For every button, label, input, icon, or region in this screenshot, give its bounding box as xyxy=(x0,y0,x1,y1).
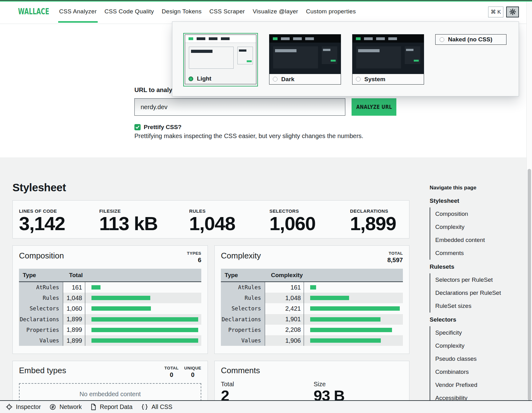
preview-logo-chip xyxy=(356,37,361,40)
stat-value: 1,048 xyxy=(189,214,269,233)
nav-item[interactable]: CSS Scraper xyxy=(209,2,245,24)
row-type: Values xyxy=(19,335,63,346)
devtools-inspector[interactable]: Inspector xyxy=(6,403,41,411)
row-value: 1,906 xyxy=(265,335,304,346)
radio-naked[interactable] xyxy=(440,37,444,42)
row-type: Values xyxy=(221,335,265,346)
prettify-checkbox[interactable] xyxy=(134,124,141,130)
theme-option-light[interactable]: Light xyxy=(183,33,258,86)
preview-nav-chip xyxy=(364,37,373,40)
preview-nav-chip xyxy=(221,37,230,40)
nav-item[interactable]: Design Tokens xyxy=(162,2,202,24)
page-nav-link[interactable]: Embedded content xyxy=(430,234,511,247)
page-scrollbar[interactable] xyxy=(526,2,532,400)
bar-cell xyxy=(304,282,403,293)
radio-light[interactable] xyxy=(189,77,193,81)
page-nav-link[interactable]: Complexity xyxy=(430,220,511,234)
nav-item[interactable]: Visualize @layer xyxy=(253,2,298,24)
page-nav: Navigate this page Stylesheet Compositio… xyxy=(430,157,511,413)
row-type: AtRules xyxy=(19,282,63,293)
page-nav-item: Specificity xyxy=(430,326,511,339)
complexity-panel: Complexity TOTAL 8,597 Type Complexity xyxy=(214,245,409,354)
embeds-unique-value: 0 xyxy=(184,371,201,378)
bar xyxy=(91,338,198,343)
nav-item[interactable]: CSS Code Quality xyxy=(105,2,154,24)
analyze-url-button[interactable]: ANALYZE URL xyxy=(352,98,396,116)
embeds-total-label: TOTAL xyxy=(164,366,179,370)
page-nav-section: Selectors Specificity Complexity Pseudo … xyxy=(430,316,511,405)
stat: LINES OF CODE 3,142 xyxy=(19,208,99,238)
theme-dark-label: Dark xyxy=(281,76,294,83)
table-row: Values 1,906 xyxy=(221,335,403,346)
bar-cell xyxy=(304,325,403,335)
page-nav-section-link[interactable]: Selectors xyxy=(430,316,511,323)
theme-toggle-button[interactable] xyxy=(506,7,519,17)
preview-nav-chip xyxy=(281,37,290,40)
prettify-label[interactable]: Prettify CSS? xyxy=(144,124,181,131)
devtools-item-label: Network xyxy=(59,403,82,411)
main-nav: CSS Analyzer CSS Code Quality Design Tok… xyxy=(59,2,356,24)
url-input[interactable] xyxy=(134,98,345,116)
nav-item[interactable]: CSS Analyzer xyxy=(59,2,97,24)
page-nav-item: Declarations per RuleSet xyxy=(430,286,511,299)
preview-nav-chip xyxy=(293,37,302,40)
page-nav-link[interactable]: RuleSet sizes xyxy=(430,299,511,313)
embeds-unique-label: UNIQUE xyxy=(184,366,201,370)
scrollbar-thumb[interactable] xyxy=(528,169,531,401)
radio-system[interactable] xyxy=(356,77,361,81)
composition-panel: Composition TYPES 6 Type Total AtRules xyxy=(12,245,208,354)
theme-option-system[interactable]: System xyxy=(352,34,424,85)
devtools-report-data[interactable]: Report Data xyxy=(91,403,133,411)
bar xyxy=(310,328,392,332)
theme-preview-dark xyxy=(269,35,341,43)
devtools-item-label: Inspector xyxy=(16,403,41,411)
bar-cell xyxy=(304,314,403,325)
row-value: 2,421 xyxy=(265,303,304,314)
bar-cell xyxy=(85,325,201,335)
preview-accent-chip xyxy=(331,60,336,62)
table-header-row: Type Total xyxy=(19,269,201,282)
bar-cell xyxy=(85,303,201,314)
page-nav-link[interactable]: Composition xyxy=(430,207,511,220)
table-row: AtRules 161 xyxy=(19,282,201,293)
devtools-all-css[interactable]: All CSS xyxy=(141,403,172,411)
theme-option-naked[interactable]: Naked (no CSS) xyxy=(435,34,506,45)
page-nav-link[interactable]: Comments xyxy=(430,247,511,260)
theme-preview-system xyxy=(352,35,424,43)
table-row: Declarations 1,899 xyxy=(19,314,201,325)
total-value: 8,597 xyxy=(387,257,403,264)
page-nav-link[interactable]: Selectors per RuleSet xyxy=(430,273,511,286)
page-nav-link[interactable]: Specificity xyxy=(430,326,511,339)
table-row: Rules 1,048 xyxy=(221,293,403,303)
preview-content xyxy=(352,43,424,74)
page-nav-link[interactable]: Vendor Prefixed xyxy=(430,378,511,392)
command-palette-button[interactable]: ⌘ K xyxy=(488,7,503,17)
preview-accent-chip xyxy=(247,60,252,62)
panel-header: Embed types TOTAL 0 UNIQUE 0 xyxy=(19,366,201,378)
page-nav-list: Selectors per RuleSet Declarations per R… xyxy=(430,273,511,313)
page-nav-link[interactable]: Complexity xyxy=(430,339,511,352)
braces-icon xyxy=(141,404,148,410)
table-row: Declarations 1,901 xyxy=(221,314,403,325)
page-nav-section-link[interactable]: Rulesets xyxy=(430,263,511,270)
radio-dark[interactable] xyxy=(273,77,278,81)
wallace-logo[interactable]: WALLACE xyxy=(18,7,38,16)
row-value: 161 xyxy=(265,282,304,293)
document-icon xyxy=(91,404,96,410)
page-nav-section-link[interactable]: Stylesheet xyxy=(430,197,511,204)
analyze-url-label: ANALYZE URL xyxy=(356,104,392,110)
page-nav-item: Pseudo classes xyxy=(430,352,511,365)
row-value: 1,899 xyxy=(63,314,85,325)
comments-title: Comments xyxy=(221,366,260,375)
devtools-network[interactable]: Network xyxy=(49,403,82,411)
theme-option-label-row: Dark xyxy=(269,74,341,84)
row-value: 161 xyxy=(63,282,85,293)
page-nav-link[interactable]: Declarations per RuleSet xyxy=(430,286,511,299)
bar xyxy=(310,317,380,322)
page-nav-link[interactable]: Combinators xyxy=(430,365,511,378)
theme-option-dark[interactable]: Dark xyxy=(269,34,341,85)
nav-item[interactable]: Custom properties xyxy=(306,2,356,24)
page-nav-link[interactable]: Pseudo classes xyxy=(430,352,511,365)
panel-header: Composition TYPES 6 xyxy=(19,251,201,264)
stat: DECLARATIONS 1,899 xyxy=(350,208,396,238)
